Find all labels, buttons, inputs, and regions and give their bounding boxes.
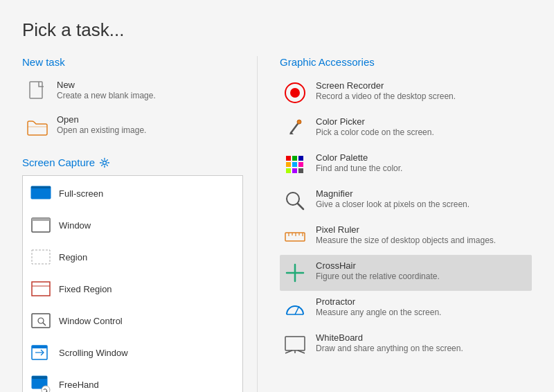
open-task-desc: Open an existing image. — [57, 125, 146, 135]
fullscreen-icon — [30, 182, 52, 204]
protractor-item[interactable]: Protractor Measure any angle on the scre… — [280, 291, 532, 327]
magnifier-label: Magnifier — [316, 188, 470, 199]
svg-line-45 — [295, 306, 299, 314]
window-label: Window — [59, 220, 91, 231]
svg-line-11 — [43, 323, 46, 326]
region-item[interactable]: Region — [23, 241, 242, 273]
crosshair-icon — [283, 260, 307, 285]
magnifier-item[interactable]: Magnifier Give a closer look at pixels o… — [280, 183, 532, 219]
scrolling-window-icon — [30, 341, 52, 364]
gear-icon[interactable] — [99, 157, 110, 168]
whiteboard-desc: Draw and share anything on the screen. — [316, 344, 463, 353]
columns: New task New Create a new blank image. — [22, 56, 532, 392]
svg-rect-31 — [286, 168, 291, 173]
svg-point-24 — [297, 120, 301, 124]
color-palette-label: Color Palette — [316, 152, 402, 163]
new-task-title: New task — [22, 56, 243, 68]
new-task-text: New Create a new blank image. — [57, 80, 156, 100]
screen-recorder-item[interactable]: Screen Recorder Record a video of the de… — [280, 75, 532, 111]
color-picker-desc: Pick a color code on the screen. — [316, 127, 434, 137]
pixel-ruler-label: Pixel Ruler — [316, 224, 496, 235]
fixed-region-label: Fixed Region — [59, 284, 112, 294]
svg-rect-30 — [298, 162, 303, 167]
fixed-region-icon — [30, 278, 52, 300]
region-label: Region — [59, 252, 87, 262]
svg-rect-33 — [298, 168, 303, 173]
svg-rect-29 — [292, 162, 297, 167]
new-task-item[interactable]: New Create a new blank image. — [22, 75, 243, 109]
svg-rect-7 — [32, 282, 50, 296]
screen-recorder-label: Screen Recorder — [316, 80, 456, 91]
whiteboard-icon — [283, 332, 307, 357]
window-icon — [30, 214, 52, 236]
svg-rect-3 — [31, 186, 51, 188]
color-palette-desc: Find and tune the color. — [316, 163, 402, 173]
svg-rect-25 — [286, 156, 291, 161]
pixel-ruler-text: Pixel Ruler Measure the size of desktop … — [316, 224, 496, 245]
main-container: Pick a task... New task New — [0, 0, 554, 392]
color-picker-text: Color Picker Pick a color code on the sc… — [316, 116, 434, 137]
screen-capture-title: Screen Capture — [22, 157, 243, 168]
right-column: Graphic Accessories Screen Recorder Reco… — [258, 56, 532, 392]
screen-recorder-desc: Record a video of the desktop screen. — [316, 91, 456, 101]
color-picker-item[interactable]: Color Picker Pick a color code on the sc… — [280, 111, 532, 147]
open-task-item[interactable]: Open Open an existing image. — [22, 109, 243, 144]
pixel-ruler-icon — [283, 224, 307, 249]
whiteboard-label: WhiteBoard — [316, 332, 463, 343]
freehand-icon — [30, 373, 52, 392]
fixed-region-item[interactable]: Fixed Region — [23, 273, 242, 305]
svg-rect-28 — [286, 162, 291, 167]
svg-rect-0 — [30, 82, 42, 98]
svg-rect-13 — [32, 346, 47, 348]
freehand-label: FreeHand — [59, 380, 99, 390]
svg-rect-36 — [285, 233, 305, 241]
left-column: New task New Create a new blank image. — [22, 56, 258, 392]
svg-rect-5 — [32, 218, 50, 221]
screen-capture-section: Screen Capture — [22, 157, 243, 392]
pixel-ruler-item[interactable]: Pixel Ruler Measure the size of desktop … — [280, 219, 532, 255]
fullscreen-label: Full-screen — [59, 188, 103, 199]
magnifier-icon — [283, 188, 307, 213]
svg-rect-6 — [32, 250, 50, 264]
color-palette-item[interactable]: Color Palette Find and tune the color. — [280, 147, 532, 183]
svg-line-35 — [298, 204, 303, 209]
protractor-label: Protractor — [316, 296, 441, 307]
svg-point-22 — [290, 88, 300, 98]
graphic-accessories-title: Graphic Accessories — [280, 56, 532, 68]
protractor-icon — [283, 296, 307, 321]
new-task-section: New task New Create a new blank image. — [22, 56, 243, 144]
window-item[interactable]: Window — [23, 209, 242, 241]
color-palette-icon — [283, 152, 307, 177]
fullscreen-item[interactable]: Full-screen — [23, 177, 242, 209]
svg-rect-26 — [292, 156, 297, 161]
crosshair-item[interactable]: CrossHair Figure out the relative coordi… — [280, 255, 532, 291]
freehand-item[interactable]: FreeHand — [23, 368, 242, 392]
region-icon — [30, 246, 52, 268]
screen-recorder-icon — [283, 80, 307, 105]
svg-point-1 — [103, 161, 107, 164]
color-picker-label: Color Picker — [316, 116, 434, 127]
whiteboard-item[interactable]: WhiteBoard Draw and share anything on th… — [280, 327, 532, 363]
whiteboard-text: WhiteBoard Draw and share anything on th… — [316, 332, 463, 353]
magnifier-text: Magnifier Give a closer look at pixels o… — [316, 188, 470, 209]
screen-recorder-text: Screen Recorder Record a video of the de… — [316, 80, 456, 101]
color-palette-text: Color Palette Find and tune the color. — [316, 152, 402, 173]
window-control-label: Window Control — [59, 316, 123, 326]
protractor-text: Protractor Measure any angle on the scre… — [316, 296, 441, 317]
open-task-text: Open Open an existing image. — [57, 114, 146, 135]
svg-rect-16 — [32, 376, 47, 379]
svg-rect-32 — [292, 168, 297, 173]
svg-rect-27 — [298, 156, 303, 161]
open-task-icon — [25, 114, 50, 139]
color-picker-icon — [283, 116, 307, 141]
window-control-icon — [30, 310, 52, 332]
scrolling-window-item[interactable]: Scrolling Window — [23, 337, 242, 368]
pixel-ruler-desc: Measure the size of desktop objects and … — [316, 235, 496, 245]
window-control-item[interactable]: Window Control — [23, 305, 242, 337]
crosshair-label: CrossHair — [316, 260, 440, 271]
new-task-label: New — [57, 80, 156, 90]
page-title: Pick a task... — [22, 19, 532, 41]
scrolling-window-label: Scrolling Window — [59, 348, 128, 358]
screen-capture-scroll[interactable]: Full-screen Window — [22, 175, 243, 392]
open-task-label: Open — [57, 114, 146, 125]
